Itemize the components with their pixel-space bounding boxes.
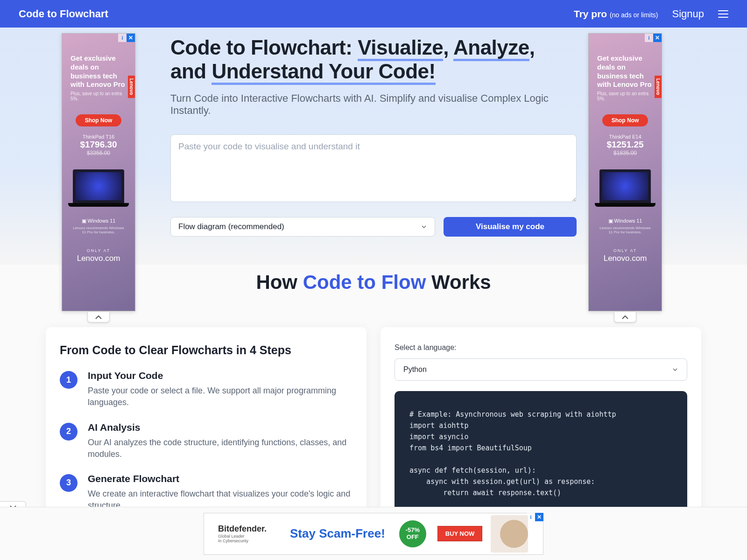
title-sep: , — [443, 36, 453, 59]
ad-close-icon[interactable]: ✕ — [127, 34, 135, 42]
language-label: Select a language: — [395, 343, 687, 352]
ad-only-at: ONLY AT — [597, 248, 653, 253]
step-content: Generate Flowchart We create an interact… — [88, 473, 352, 511]
steps-card-title: From Code to Clear Flowcharts in 4 Steps — [60, 343, 352, 357]
title-underline-3: Understand Your Code! — [211, 60, 435, 85]
logo[interactable]: Code to Flowchart — [19, 8, 108, 20]
buy-now-button[interactable]: BUY NOW — [437, 526, 483, 541]
side-ad-right[interactable]: i ✕ Lenovo Get exclusive deals on busine… — [588, 33, 662, 311]
step-title: Input Your Code — [88, 370, 352, 381]
select-value: Flow diagram (recommended) — [178, 222, 284, 231]
chevron-down-icon — [672, 366, 678, 373]
step-3: 3 Generate Flowchart We create an intera… — [60, 473, 352, 511]
bitdefender-logo: Bitdefender. Global Leader In Cybersecur… — [218, 524, 267, 543]
ad-price: $1796.30 — [70, 140, 127, 150]
step-content: Input Your Code Paste your code or selec… — [88, 370, 352, 408]
ad-badge: i ✕ — [527, 513, 543, 521]
ad-fineprint: Lenovo recommends Windows 11 Pro for bus… — [70, 226, 127, 234]
ad-collapse-button[interactable] — [614, 312, 636, 322]
signup-link[interactable]: Signup — [672, 8, 704, 20]
ad-image — [491, 515, 528, 553]
step-number: 1 — [60, 371, 78, 389]
ad-brand-name: Bitdefender. — [218, 524, 267, 534]
ad-offer: Plus, save up to an extra 5%. — [70, 91, 127, 101]
hero-section: i ✕ Lenovo Get exclusive deals on busine… — [0, 28, 747, 265]
title-sep: , — [529, 36, 535, 59]
ad-badge: i ✕ — [118, 34, 135, 42]
ad-brand: Lenovo.com — [597, 254, 653, 263]
ad-fineprint: Lenovo recommends Windows 11 Pro for bus… — [597, 226, 653, 234]
subtitle: Turn Code into Interactive Flowcharts wi… — [170, 92, 577, 117]
ad-model: ThinkPad E14 — [597, 134, 653, 140]
deal-off: OFF — [407, 534, 419, 540]
try-pro-text: Try pro — [574, 8, 607, 19]
ad-only-at: ONLY AT — [70, 248, 127, 253]
how-title-post: Works — [426, 271, 491, 293]
ad-close-icon[interactable]: ✕ — [535, 513, 543, 521]
try-pro-subtext: (no ads or limits) — [610, 11, 658, 19]
page-title: Code to Flowchart: Visualize, Analyze, a… — [170, 36, 577, 83]
ad-brand-sub1: Global Leader — [218, 534, 267, 539]
ad-brand: Lenovo.com — [70, 254, 127, 263]
step-title: Generate Flowchart — [88, 473, 352, 484]
header-nav: Try pro (no ads or limits) Signup — [574, 8, 728, 20]
ad-oldprice: $1835.00 — [597, 150, 653, 156]
step-content: AI Analysis Our AI analyzes the code str… — [88, 422, 352, 460]
header: Code to Flowchart Try pro (no ads or lim… — [0, 0, 747, 28]
ad-laptop-image — [599, 169, 651, 203]
ad-shop-button[interactable]: Shop Now — [602, 114, 648, 126]
hero-content: Code to Flowchart: Visualize, Analyze, a… — [170, 28, 577, 237]
ad-title: Get exclusive deals on business tech wit… — [597, 54, 653, 89]
ad-content: Get exclusive deals on business tech wit… — [589, 34, 662, 263]
ad-offer: Plus, save up to an extra 5%. — [597, 91, 653, 101]
ad-model: ThinkPad T16 — [70, 134, 127, 140]
ad-price: $1251.25 — [597, 140, 653, 150]
step-1: 1 Input Your Code Paste your code or sel… — [60, 370, 352, 408]
step-2: 2 AI Analysis Our AI analyzes the code s… — [60, 422, 352, 460]
language-select[interactable]: Python — [395, 358, 687, 381]
title-underline-1: Visualize — [358, 36, 443, 61]
chevron-down-icon — [622, 315, 628, 319]
ad-brand-sub2: In Cybersecurity — [218, 539, 267, 543]
step-number: 2 — [60, 423, 78, 441]
ad-collapse-button[interactable] — [87, 312, 110, 322]
ad-windows-badge: ▣ Windows 11 — [70, 218, 127, 224]
side-ad-left[interactable]: i ✕ Lenovo Get exclusive deals on busine… — [62, 33, 135, 311]
menu-icon[interactable] — [718, 10, 728, 18]
ad-shop-button[interactable]: Shop Now — [76, 114, 122, 126]
bottom-ad[interactable]: i ✕ Bitdefender. Global Leader In Cybers… — [204, 513, 543, 555]
step-desc: Paste your code or select a file. We sup… — [88, 385, 352, 408]
visualise-button[interactable]: Visualise my code — [444, 217, 577, 237]
lenovo-tab: Lenovo — [128, 76, 135, 98]
ad-info-icon[interactable]: i — [645, 34, 653, 42]
diagram-type-select[interactable]: Flow diagram (recommended) — [170, 217, 435, 237]
ad-laptop-image — [73, 169, 124, 203]
language-value: Python — [403, 365, 427, 374]
title-prefix: Code to Flowchart: — [170, 36, 358, 59]
step-title: AI Analysis — [88, 422, 352, 433]
controls-row: Flow diagram (recommended) Visualise my … — [170, 217, 577, 237]
code-input[interactable] — [170, 134, 577, 202]
ad-close-icon[interactable]: ✕ — [653, 34, 662, 42]
step-number: 3 — [60, 474, 78, 492]
ad-badge: i ✕ — [645, 34, 662, 42]
how-title-accent: Code to Flow — [303, 271, 426, 293]
ad-info-icon[interactable]: i — [118, 34, 127, 42]
title-underline-2: Analyze — [453, 36, 529, 61]
try-pro-link[interactable]: Try pro (no ads or limits) — [574, 8, 658, 20]
ad-oldprice: $3356.00 — [70, 150, 127, 156]
ad-headline: Stay Scam-Free! — [290, 526, 385, 541]
ad-windows-badge: ▣ Windows 11 — [597, 218, 653, 224]
chevron-down-icon — [95, 315, 102, 319]
chevron-down-icon — [421, 224, 427, 230]
ad-content: Get exclusive deals on business tech wit… — [62, 34, 135, 263]
ad-deal-badge: -57% OFF — [399, 520, 426, 547]
step-desc: Our AI analyzes the code structure, iden… — [88, 437, 352, 460]
deal-percent: -57% — [406, 527, 420, 533]
how-title-pre: How — [256, 271, 303, 293]
ad-title: Get exclusive deals on business tech wit… — [70, 54, 127, 89]
lenovo-tab: Lenovo — [655, 76, 662, 98]
bottom-ad-bar: i ✕ Bitdefender. Global Leader In Cybers… — [0, 507, 747, 560]
title-line2: and — [170, 60, 211, 83]
